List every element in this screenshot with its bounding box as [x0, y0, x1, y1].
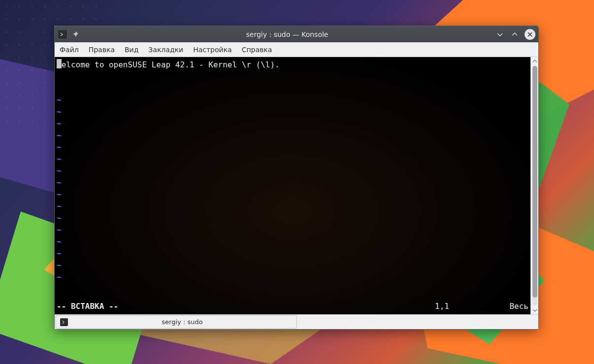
terminal-tab-icon [60, 318, 68, 326]
app-menu-icon[interactable] [58, 30, 67, 39]
terminal-tab[interactable]: sergiy : sudo [56, 315, 297, 329]
minimize-icon[interactable] [495, 30, 505, 39]
scroll-track[interactable] [532, 66, 537, 305]
window-titlebar[interactable]: sergiy : sudo — Konsole [55, 26, 538, 42]
menu-settings[interactable]: Настройка [192, 44, 233, 55]
menu-view[interactable]: Вид [124, 44, 139, 55]
konsole-window: sergiy : sudo — Konsole Файл Правка Вид … [54, 26, 539, 330]
vim-empty-line: ~ [57, 94, 528, 106]
terminal-scrollbar[interactable] [530, 57, 538, 314]
pin-icon[interactable] [71, 30, 79, 38]
menu-edit[interactable]: Правка [88, 44, 116, 55]
terminal-line-content: Welcome to openSUSE Leap 42.1 - Kernel \… [57, 58, 528, 71]
vim-empty-line: ~ [57, 142, 528, 153]
menu-help[interactable]: Справка [241, 44, 273, 55]
scroll-down-icon[interactable] [531, 306, 538, 314]
vim-empty-line: ~ [57, 272, 528, 283]
vim-empty-line: ~ [57, 130, 528, 142]
close-icon[interactable] [525, 29, 535, 40]
vim-empty-line: ~ [57, 177, 528, 189]
vim-empty-line: ~ [57, 212, 528, 224]
terminal-cursor [57, 59, 62, 68]
maximize-icon[interactable] [510, 30, 520, 39]
vim-empty-line: ~ [57, 248, 528, 260]
vim-empty-line: ~ [57, 165, 528, 177]
vim-status-bar: -- ВСТАВКА -- 1,1 Весь [57, 301, 528, 312]
menu-bar: Файл Правка Вид Закладки Настройка Справ… [55, 42, 538, 57]
vim-empty-line: ~ [57, 260, 528, 272]
vim-empty-line: ~ [57, 118, 528, 130]
scroll-up-icon[interactable] [531, 57, 538, 65]
vim-empty-line: ~ [57, 236, 528, 248]
vim-empty-line: ~ [57, 201, 528, 212]
terminal-area[interactable]: Welcome to openSUSE Leap 42.1 - Kernel \… [55, 57, 530, 314]
vim-mode: -- ВСТАВКА -- [57, 301, 118, 312]
tab-bar: sergiy : sudo [55, 314, 538, 329]
terminal-tab-label: sergiy : sudo [72, 318, 293, 326]
vim-empty-line: ~ [57, 106, 528, 118]
vim-scroll-percent: Весь [499, 301, 528, 312]
menu-bookmarks[interactable]: Закладки [147, 44, 184, 55]
window-title: sergiy : sudo — Konsole [79, 30, 495, 38]
vim-empty-line: ~ [57, 153, 528, 165]
vim-empty-line: ~ [57, 224, 528, 236]
scroll-thumb[interactable] [532, 66, 537, 298]
vim-cursor-position: 1,1 [435, 301, 499, 312]
vim-empty-line: ~ [57, 189, 528, 201]
menu-file[interactable]: Файл [59, 44, 80, 55]
terminal-text: Welcome to openSUSE Leap 42.1 - Kernel \… [57, 60, 280, 69]
